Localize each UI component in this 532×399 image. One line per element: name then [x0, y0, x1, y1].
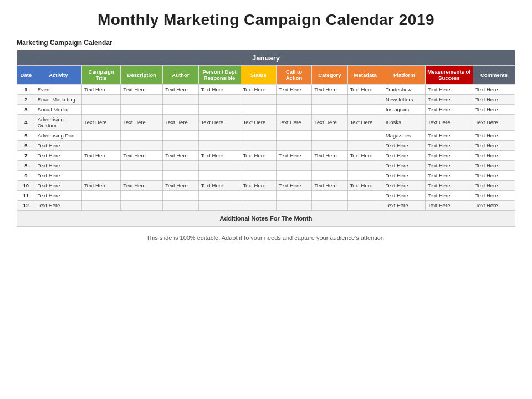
table-cell: Text Here: [473, 114, 515, 130]
table-cell: Text Here: [425, 114, 473, 130]
table-cell: [163, 140, 198, 150]
table-cell: Text Here: [347, 114, 383, 130]
table-cell: Text Here: [425, 160, 473, 170]
table-cell: Text Here: [81, 180, 120, 190]
table-cell: [163, 160, 198, 170]
table-cell: Text Here: [241, 150, 276, 160]
table-cell: [241, 104, 276, 114]
col-header-comments: Comments: [473, 66, 515, 85]
table-cell: Text Here: [425, 130, 473, 140]
col-header-description: Description: [121, 66, 163, 85]
table-cell: [347, 104, 383, 114]
month-header-cell: January: [17, 50, 515, 66]
table-row: 11Text HereText HereText HereText Here: [17, 190, 515, 200]
table-cell: [276, 160, 311, 170]
table-cell: Advertising – Outdoor: [35, 114, 81, 130]
table-cell: Text Here: [312, 114, 347, 130]
table-cell: Text Here: [473, 170, 515, 180]
table-cell: [198, 160, 241, 170]
page-title: Monthly Marketing Campaign Calendar 2019: [17, 11, 515, 29]
calendar-table: January Date Activity Campaign Title Des…: [17, 50, 515, 227]
table-cell: [198, 200, 241, 210]
table-cell: Text Here: [35, 160, 81, 170]
table-cell: Text Here: [473, 130, 515, 140]
table-cell: [312, 190, 347, 200]
table-cell: Magazines: [383, 130, 425, 140]
col-header-measure: Measurements of Success: [425, 66, 473, 85]
table-cell: Text Here: [425, 170, 473, 180]
col-header-platform: Platform: [383, 66, 425, 85]
table-cell: 6: [17, 140, 35, 150]
table-cell: Text Here: [383, 140, 425, 150]
table-cell: [312, 170, 347, 180]
table-cell: [241, 200, 276, 210]
table-cell: [121, 140, 163, 150]
table-cell: Text Here: [35, 190, 81, 200]
table-cell: [312, 200, 347, 210]
table-cell: Text Here: [241, 114, 276, 130]
table-cell: Text Here: [35, 140, 81, 150]
table-cell: [121, 200, 163, 210]
col-header-author: Author: [163, 66, 198, 85]
table-cell: Text Here: [276, 114, 311, 130]
table-cell: [347, 130, 383, 140]
table-cell: Tradeshow: [383, 84, 425, 94]
table-cell: 3: [17, 104, 35, 114]
col-header-activity: Activity: [35, 66, 81, 85]
table-row: 2Email MarketingNewslettersText HereText…: [17, 94, 515, 104]
table-cell: Text Here: [383, 180, 425, 190]
month-header-row: January: [17, 50, 515, 66]
table-cell: [121, 160, 163, 170]
table-row: 6Text HereText HereText HereText Here: [17, 140, 515, 150]
table-cell: Text Here: [198, 84, 241, 94]
table-cell: [163, 130, 198, 140]
table-cell: 9: [17, 170, 35, 180]
table-cell: Social Media: [35, 104, 81, 114]
table-cell: Text Here: [312, 84, 347, 94]
table-cell: Instagram: [383, 104, 425, 114]
table-cell: [347, 190, 383, 200]
table-cell: [121, 190, 163, 200]
table-cell: Text Here: [425, 180, 473, 190]
table-cell: [241, 160, 276, 170]
table-cell: Text Here: [81, 150, 120, 160]
table-cell: 5: [17, 130, 35, 140]
table-cell: Text Here: [163, 180, 198, 190]
table-cell: Text Here: [163, 150, 198, 160]
table-cell: [347, 140, 383, 150]
table-cell: [198, 104, 241, 114]
table-cell: 4: [17, 114, 35, 130]
table-cell: [81, 140, 120, 150]
section-label: Marketing Campaign Calendar: [17, 39, 515, 47]
table-cell: [241, 170, 276, 180]
table-cell: [81, 200, 120, 210]
table-cell: [121, 130, 163, 140]
table-cell: Text Here: [198, 180, 241, 190]
table-cell: Text Here: [35, 180, 81, 190]
table-cell: Text Here: [473, 84, 515, 94]
table-cell: Text Here: [473, 160, 515, 170]
table-cell: [276, 170, 311, 180]
table-cell: [81, 130, 120, 140]
table-cell: Email Marketing: [35, 94, 81, 104]
table-cell: [312, 160, 347, 170]
table-cell: Text Here: [473, 200, 515, 210]
col-header-person: Person / Dept Responsible: [198, 66, 241, 85]
table-row: 5Advertising PrintMagazinesText HereText…: [17, 130, 515, 140]
table-cell: [276, 190, 311, 200]
table-cell: Text Here: [425, 200, 473, 210]
table-cell: [276, 104, 311, 114]
table-cell: Text Here: [425, 104, 473, 114]
col-header-status: Status: [241, 66, 276, 85]
table-cell: Text Here: [163, 84, 198, 94]
table-cell: [347, 200, 383, 210]
table-cell: Text Here: [35, 170, 81, 180]
table-cell: [163, 170, 198, 180]
table-cell: [347, 160, 383, 170]
table-cell: Text Here: [347, 150, 383, 160]
table-cell: Text Here: [425, 84, 473, 94]
table-cell: [81, 160, 120, 170]
table-cell: Text Here: [276, 84, 311, 94]
table-cell: Text Here: [121, 84, 163, 94]
table-cell: [241, 140, 276, 150]
